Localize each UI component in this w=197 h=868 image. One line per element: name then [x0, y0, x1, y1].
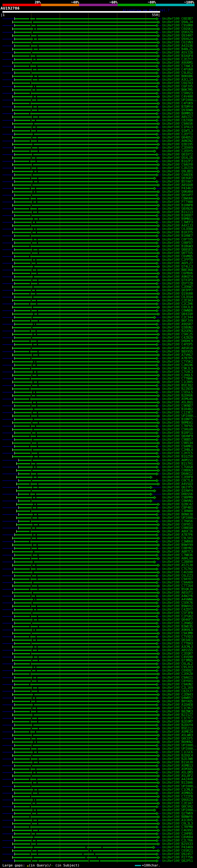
hit-alignment-bar[interactable] — [12, 55, 158, 57]
hit-alignment-bar[interactable] — [15, 378, 156, 379]
hit-alignment-bar[interactable] — [15, 392, 156, 393]
hit-alignment-bar[interactable] — [15, 561, 154, 563]
hit-alignment-bar[interactable] — [15, 134, 156, 135]
hit-alignment-bar[interactable] — [12, 816, 158, 817]
hit-alignment-bar[interactable] — [12, 334, 158, 335]
hit-alignment-bar[interactable] — [12, 252, 158, 254]
hit-accession-label[interactable]: UniRef100_C2EFT1 — [162, 132, 193, 136]
hit-alignment-bar[interactable] — [12, 171, 158, 172]
hit-accession-label[interactable]: UniRef100_C8ZXJ7 — [162, 689, 193, 693]
hit-alignment-bar[interactable] — [12, 551, 158, 552]
hit-accession-label[interactable]: UniRef100_C2L169 — [162, 686, 193, 689]
hit-accession-label[interactable]: UniRef100_Q5KXZ9 — [162, 30, 193, 34]
hit-alignment-bar[interactable] — [15, 446, 156, 447]
hit-alignment-bar[interactable] — [15, 711, 156, 712]
hit-accession-label[interactable]: UniRef100_B1RNE7 — [162, 234, 193, 238]
hit-alignment-bar[interactable] — [15, 609, 156, 610]
hit-alignment-bar[interactable] — [15, 677, 156, 678]
hit-alignment-bar[interactable] — [15, 704, 156, 706]
hit-accession-label[interactable]: UniRef100_C7ZIF8 — [162, 795, 193, 798]
hit-alignment-bar[interactable] — [12, 191, 158, 192]
hit-accession-label[interactable]: UniRef100_C4G500 — [162, 570, 193, 574]
hit-accession-label[interactable]: UniRef100_Q934H7 — [162, 34, 193, 37]
hit-alignment-bar[interactable] — [12, 313, 158, 315]
hit-alignment-bar[interactable] — [12, 694, 158, 695]
hit-alignment-bar[interactable] — [15, 106, 156, 107]
hit-alignment-bar[interactable] — [12, 782, 158, 783]
hit-accession-label[interactable]: UniRef100_A5MRG5 — [162, 791, 193, 795]
hit-alignment-bar[interactable] — [19, 487, 150, 488]
hit-alignment-bar[interactable] — [12, 368, 158, 369]
hit-accession-label[interactable]: UniRef100_C1PA13 — [162, 125, 193, 129]
hit-alignment-bar[interactable] — [12, 212, 158, 213]
hit-alignment-bar[interactable] — [12, 266, 158, 267]
hit-alignment-bar[interactable] — [12, 415, 158, 416]
hit-alignment-bar[interactable] — [12, 789, 158, 790]
hit-alignment-bar[interactable] — [15, 371, 156, 373]
hit-accession-label[interactable]: UniRef100_C6D3B7 — [162, 17, 193, 20]
hit-alignment-bar[interactable] — [15, 656, 156, 658]
hit-accession-label[interactable]: UniRef100_C0BD63 — [162, 469, 193, 472]
hit-accession-label[interactable]: UniRef100_D0AKI2 — [162, 472, 193, 475]
hit-alignment-bar[interactable] — [15, 541, 156, 542]
hit-accession-label[interactable]: UniRef100_C2E1A7 — [162, 802, 193, 805]
hit-alignment-bar[interactable] — [12, 348, 158, 349]
hit-accession-label[interactable]: UniRef100_A7B7P5 — [162, 356, 193, 360]
hit-alignment-bar[interactable] — [12, 599, 158, 600]
hit-alignment-bar[interactable] — [19, 500, 150, 502]
hit-alignment-bar[interactable] — [12, 613, 158, 614]
hit-alignment-bar[interactable] — [12, 640, 158, 641]
hit-alignment-bar[interactable] — [12, 42, 158, 43]
hit-alignment-bar[interactable] — [12, 796, 158, 797]
hit-accession-label[interactable]: UniRef100_Q0TTU5 — [162, 251, 193, 255]
hit-alignment-bar[interactable] — [15, 752, 156, 753]
hit-alignment-bar[interactable] — [12, 830, 158, 831]
hit-accession-label[interactable]: UniRef100_C9AUN2 — [162, 683, 193, 686]
hit-alignment-bar[interactable] — [15, 847, 153, 848]
hit-alignment-bar[interactable] — [15, 860, 156, 862]
hit-alignment-bar[interactable] — [15, 215, 156, 216]
hit-alignment-bar[interactable] — [12, 748, 158, 749]
hit-accession-label[interactable]: UniRef100_Q9UUZ4 — [162, 798, 193, 802]
hit-alignment-bar[interactable] — [12, 395, 158, 396]
hit-alignment-bar[interactable] — [15, 120, 156, 121]
hit-alignment-bar[interactable] — [15, 181, 156, 182]
hit-alignment-bar[interactable] — [12, 633, 158, 634]
hit-alignment-bar[interactable] — [15, 854, 156, 855]
hit-alignment-bar[interactable] — [12, 280, 158, 281]
hit-alignment-bar[interactable] — [15, 72, 156, 73]
hit-accession-label[interactable]: UniRef100_C6QSK1 — [162, 27, 193, 30]
hit-accession-label[interactable]: UniRef100_Q1WTL3 — [162, 129, 193, 132]
hit-accession-label[interactable]: UniRef100_C7G7H2 — [162, 567, 193, 570]
hit-alignment-bar[interactable] — [12, 741, 158, 743]
hit-alignment-bar[interactable] — [15, 833, 156, 834]
hit-alignment-bar[interactable] — [12, 361, 158, 363]
hit-accession-label[interactable]: UniRef100_C9AY07 — [162, 577, 193, 581]
hit-alignment-bar[interactable] — [17, 490, 154, 491]
hit-alignment-bar[interactable] — [12, 62, 158, 63]
hit-alignment-bar[interactable] — [12, 803, 158, 804]
hit-accession-label[interactable]: UniRef100_C2KG96 — [162, 363, 193, 367]
hit-alignment-bar[interactable] — [12, 123, 158, 124]
hit-alignment-bar[interactable] — [15, 595, 156, 597]
hit-accession-label[interactable]: UniRef100_Q9ALJ4 — [162, 20, 193, 24]
hit-alignment-bar[interactable] — [12, 246, 158, 247]
hit-alignment-bar[interactable] — [19, 466, 156, 468]
hit-alignment-bar[interactable] — [17, 504, 158, 505]
hit-alignment-bar[interactable] — [15, 786, 156, 787]
hit-alignment-bar[interactable] — [12, 735, 158, 736]
hit-alignment-bar[interactable] — [15, 691, 156, 692]
hit-alignment-bar[interactable] — [15, 731, 156, 733]
hit-alignment-bar[interactable] — [19, 494, 150, 495]
hit-accession-label[interactable]: UniRef100_A5ZSJ8 — [162, 563, 193, 567]
hit-alignment-bar[interactable] — [15, 405, 156, 406]
hit-alignment-bar[interactable] — [12, 762, 158, 763]
hit-alignment-bar[interactable] — [15, 385, 156, 386]
hit-alignment-bar[interactable] — [15, 793, 156, 794]
hit-accession-label[interactable]: UniRef100_C6LEZ3 — [162, 574, 193, 577]
hit-alignment-bar[interactable] — [12, 565, 158, 566]
hit-alignment-bar[interactable] — [15, 589, 156, 590]
hit-alignment-bar[interactable] — [12, 585, 158, 587]
hit-alignment-bar[interactable] — [15, 32, 156, 33]
hit-alignment-bar[interactable] — [12, 626, 158, 627]
